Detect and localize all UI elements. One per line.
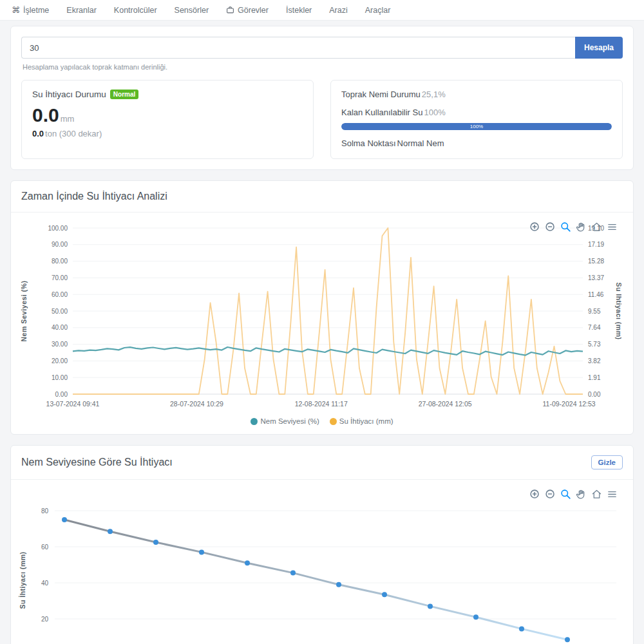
y-right-tick-label: 1.91 [588, 374, 601, 381]
menu-icon[interactable] [607, 222, 618, 232]
status-badge: Normal [110, 90, 138, 99]
y-left-tick-label: 20.00 [52, 357, 68, 365]
nav-item-label: İşletme [23, 6, 49, 15]
pan-icon[interactable] [576, 489, 587, 500]
nav-item-gorevler[interactable]: Görevler [226, 6, 269, 15]
nav-item-label: Görevler [238, 6, 269, 15]
y-left-tick-label: 0.00 [55, 391, 68, 398]
water-need-status-card: Su İhtiyacı Durumu Normal 0.0 mm 0.0 ton… [21, 80, 314, 159]
data-point-marker[interactable] [290, 571, 296, 576]
y-left-tick-label: 70.00 [52, 274, 68, 281]
water-need-ton-value: 0.0 [32, 129, 44, 138]
status-row: Su İhtiyacı Durumu Normal 0.0 mm 0.0 ton… [21, 80, 623, 159]
data-point-marker[interactable] [336, 582, 341, 587]
available-water-label: Kalan Kullanılabilir Su [341, 108, 422, 117]
soil-moisture-value: 25,1% [422, 90, 446, 99]
y-right-tick-label: 17.19 [588, 241, 604, 248]
data-point-marker[interactable] [153, 540, 158, 545]
y-right-tick-label: 15.28 [588, 258, 604, 265]
legend-dot [330, 418, 337, 425]
y-right-tick-label: 3.82 [588, 357, 601, 365]
y-axis-title: Su İhtiyacı (mm) [19, 551, 26, 609]
data-point-marker[interactable] [473, 614, 478, 620]
calculate-button[interactable]: Hesapla [575, 37, 623, 59]
y-left-tick-label: 100.00 [48, 225, 68, 232]
chart2-area: 80604020Su İhtiyacı (mm) [11, 480, 633, 644]
nav-item-isletme[interactable]: ⌘ İşletme [12, 5, 49, 15]
selection-zoom-icon[interactable] [560, 489, 571, 500]
dual-axis-line-chart[interactable]: 100.0019.1090.0017.1980.0015.2870.0013.3… [16, 220, 621, 413]
y-left-tick-label: 60.00 [52, 291, 68, 298]
soil-moisture-label: Toprak Nemi Durumu [341, 90, 421, 99]
x-tick-label: 28-07-2024 10:29 [170, 400, 223, 408]
nav-item-istekler[interactable]: İstekler [286, 6, 312, 15]
nav-item-label: İstekler [286, 6, 312, 15]
data-point-marker[interactable] [108, 529, 113, 534]
y-right-axis-title: Su İhtiyacı (mm) [615, 282, 621, 339]
hide-button[interactable]: Gizle [591, 455, 623, 469]
zoom-out-icon[interactable] [545, 222, 556, 232]
y-tick-label: 20 [41, 616, 49, 623]
data-point-marker[interactable] [62, 517, 67, 522]
nav-item-arazi[interactable]: Arazi [329, 6, 347, 15]
y-left-tick-label: 80.00 [52, 258, 68, 265]
nav-item-kontrolculer[interactable]: Kontrolcüler [114, 6, 157, 15]
available-water-value: 100% [424, 108, 445, 117]
y-left-axis-title: Nem Seviyesi (%) [20, 281, 28, 342]
data-point-marker[interactable] [519, 626, 524, 631]
nav-item-label: Kontrolcüler [114, 6, 157, 15]
water-need-curve [64, 520, 567, 639]
y-right-tick-label: 11.46 [588, 291, 604, 298]
moisture-series-line [73, 347, 583, 355]
data-point-marker[interactable] [199, 549, 204, 554]
legend-item[interactable]: Su İhtiyacı (mm) [330, 417, 393, 425]
chart2-title: Nem Seviyesine Göre Su İhtiyacı [21, 457, 173, 468]
zoom-out-icon[interactable] [545, 489, 556, 500]
depth-input-group: Hesapla [21, 37, 623, 59]
zoom-in-icon[interactable] [529, 489, 540, 500]
data-point-marker[interactable] [428, 603, 433, 609]
home-icon[interactable] [591, 489, 602, 500]
top-navbar: ⌘ İşletme Ekranlar Kontrolcüler Sensörle… [0, 0, 644, 21]
chart1-toolbar [529, 222, 618, 232]
x-tick-label: 27-08-2024 12:05 [419, 400, 472, 408]
briefcase-icon [226, 6, 234, 14]
x-tick-label: 13-07-2024 09:41 [46, 400, 100, 408]
y-right-tick-label: 7.64 [588, 324, 601, 331]
x-tick-label: 11-09-2024 12:53 [543, 400, 596, 408]
soil-moisture-status-card: Toprak Nemi Durumu 25,1% Kalan Kullanıla… [330, 80, 623, 159]
data-point-marker[interactable] [382, 592, 387, 597]
nav-item-sensorler[interactable]: Sensörler [175, 6, 209, 15]
wilting-point-label: Solma Noktası [341, 138, 396, 148]
home-icon[interactable] [591, 222, 602, 232]
command-icon: ⌘ [12, 5, 20, 15]
data-point-marker[interactable] [245, 560, 250, 565]
y-right-tick-label: 13.37 [588, 274, 604, 281]
water-need-ton-unit: ton (300 dekar) [45, 129, 102, 138]
chart1-legend: Nem Seviyesi (%)Su İhtiyacı (mm) [16, 416, 628, 431]
chart2-toolbar [529, 489, 618, 500]
data-point-marker[interactable] [565, 637, 570, 642]
y-left-tick-label: 40.00 [52, 324, 68, 331]
selection-zoom-icon[interactable] [560, 222, 571, 232]
menu-icon[interactable] [607, 489, 618, 500]
water-need-value: 0.0 [32, 106, 59, 125]
pan-icon[interactable] [576, 222, 587, 232]
depth-input[interactable] [21, 37, 575, 59]
y-tick-label: 40 [41, 580, 49, 587]
nav-item-ekranlar[interactable]: Ekranlar [66, 6, 97, 15]
y-tick-label: 60 [41, 544, 49, 551]
nav-item-label: Sensörler [175, 6, 209, 15]
x-tick-label: 12-08-2024 11:17 [295, 400, 348, 408]
moisture-water-line-chart[interactable]: 80604020Su İhtiyacı (mm) [16, 497, 621, 644]
nav-item-araclar[interactable]: Araçlar [365, 6, 391, 15]
legend-label: Nem Seviyesi (%) [260, 417, 319, 425]
water-need-unit: mm [61, 114, 75, 124]
legend-item[interactable]: Nem Seviyesi (%) [251, 417, 319, 425]
y-left-tick-label: 90.00 [52, 241, 68, 248]
zoom-in-icon[interactable] [529, 222, 540, 232]
water-need-analysis-card: Zaman İçinde Su İhtiyacı Analizi 100.001… [10, 180, 634, 435]
y-right-tick-label: 0.00 [588, 391, 601, 398]
legend-label: Su İhtiyacı (mm) [339, 417, 393, 425]
y-tick-label: 80 [41, 507, 49, 515]
